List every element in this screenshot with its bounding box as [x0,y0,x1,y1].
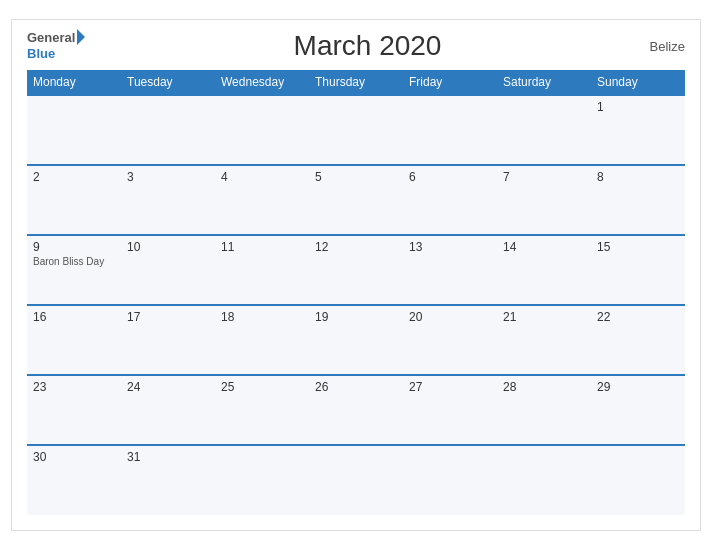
calendar-cell: 15 [591,235,685,305]
calendar-cell [403,445,497,515]
logo: General Blue [27,30,85,61]
calendar-cell: 9Baron Bliss Day [27,235,121,305]
day-number: 19 [315,310,397,324]
calendar-cell: 20 [403,305,497,375]
day-number: 5 [315,170,397,184]
calendar-cell: 14 [497,235,591,305]
calendar-cell: 31 [121,445,215,515]
calendar-cell: 19 [309,305,403,375]
calendar-thead: MondayTuesdayWednesdayThursdayFridaySatu… [27,70,685,95]
day-number: 17 [127,310,209,324]
day-number: 12 [315,240,397,254]
day-number: 18 [221,310,303,324]
logo-blue-text: Blue [27,46,85,62]
calendar-body: 123456789Baron Bliss Day1011121314151617… [27,95,685,515]
calendar-cell: 25 [215,375,309,445]
calendar-title: March 2020 [294,30,442,62]
calendar-cell [27,95,121,165]
calendar-cell: 16 [27,305,121,375]
calendar-cell: 7 [497,165,591,235]
calendar-cell [497,445,591,515]
weekday-header-wednesday: Wednesday [215,70,309,95]
day-number: 13 [409,240,491,254]
day-number: 1 [597,100,679,114]
day-number: 10 [127,240,209,254]
day-number: 21 [503,310,585,324]
calendar-week-row: 3031 [27,445,685,515]
day-number: 11 [221,240,303,254]
day-number: 20 [409,310,491,324]
calendar-cell: 17 [121,305,215,375]
calendar-container: General Blue March 2020 Belize MondayTue… [11,19,701,531]
day-number: 30 [33,450,115,464]
calendar-cell: 30 [27,445,121,515]
day-number: 9 [33,240,115,254]
calendar-cell [403,95,497,165]
day-number: 31 [127,450,209,464]
day-number: 22 [597,310,679,324]
day-number: 7 [503,170,585,184]
day-number: 3 [127,170,209,184]
calendar-cell: 23 [27,375,121,445]
calendar-week-row: 9Baron Bliss Day101112131415 [27,235,685,305]
calendar-week-row: 16171819202122 [27,305,685,375]
event-label: Baron Bliss Day [33,256,115,267]
calendar-cell: 3 [121,165,215,235]
logo-triangle-icon [77,29,85,45]
weekday-header-friday: Friday [403,70,497,95]
day-number: 6 [409,170,491,184]
calendar-cell: 22 [591,305,685,375]
day-number: 8 [597,170,679,184]
day-number: 26 [315,380,397,394]
calendar-cell: 24 [121,375,215,445]
calendar-cell: 10 [121,235,215,305]
day-number: 23 [33,380,115,394]
weekday-header-sunday: Sunday [591,70,685,95]
weekday-header-row: MondayTuesdayWednesdayThursdayFridaySatu… [27,70,685,95]
calendar-week-row: 23242526272829 [27,375,685,445]
calendar-cell: 13 [403,235,497,305]
calendar-header: General Blue March 2020 Belize [27,30,685,62]
weekday-header-monday: Monday [27,70,121,95]
calendar-cell: 6 [403,165,497,235]
day-number: 16 [33,310,115,324]
calendar-cell: 26 [309,375,403,445]
calendar-cell: 21 [497,305,591,375]
calendar-cell [121,95,215,165]
calendar-week-row: 2345678 [27,165,685,235]
calendar-cell [497,95,591,165]
weekday-header-saturday: Saturday [497,70,591,95]
calendar-cell: 8 [591,165,685,235]
day-number: 4 [221,170,303,184]
logo-general-text: General [27,30,75,46]
calendar-cell [215,445,309,515]
calendar-week-row: 1 [27,95,685,165]
calendar-cell: 12 [309,235,403,305]
day-number: 27 [409,380,491,394]
day-number: 14 [503,240,585,254]
weekday-header-tuesday: Tuesday [121,70,215,95]
calendar-cell: 2 [27,165,121,235]
calendar-table: MondayTuesdayWednesdayThursdayFridaySatu… [27,70,685,515]
day-number: 25 [221,380,303,394]
calendar-cell: 29 [591,375,685,445]
day-number: 29 [597,380,679,394]
calendar-cell: 1 [591,95,685,165]
day-number: 28 [503,380,585,394]
calendar-cell: 5 [309,165,403,235]
calendar-cell [309,95,403,165]
country-label: Belize [650,39,685,54]
calendar-cell: 4 [215,165,309,235]
day-number: 15 [597,240,679,254]
weekday-header-thursday: Thursday [309,70,403,95]
calendar-cell: 11 [215,235,309,305]
day-number: 24 [127,380,209,394]
calendar-cell [215,95,309,165]
calendar-cell: 28 [497,375,591,445]
calendar-cell [591,445,685,515]
calendar-cell: 27 [403,375,497,445]
day-number: 2 [33,170,115,184]
calendar-cell [309,445,403,515]
calendar-cell: 18 [215,305,309,375]
